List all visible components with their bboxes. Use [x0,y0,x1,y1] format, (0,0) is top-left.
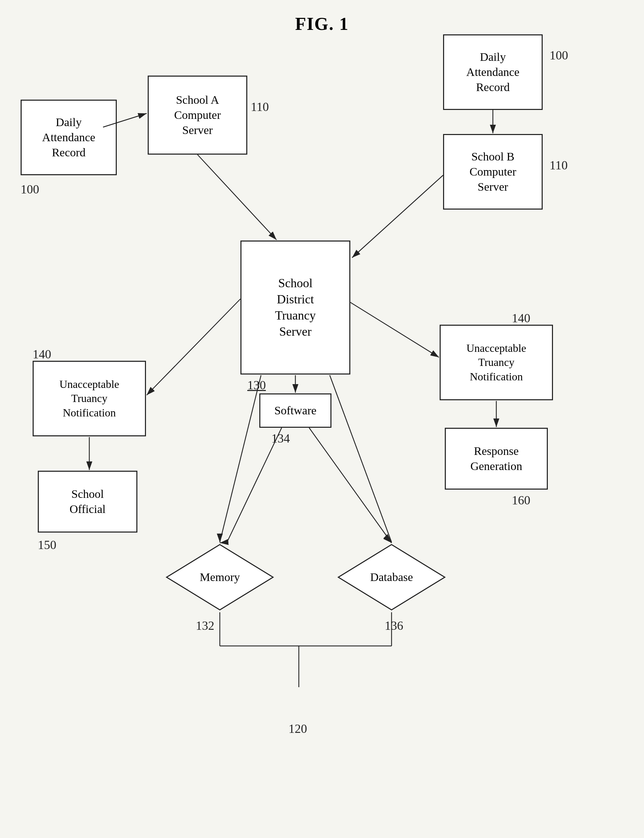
svg-marker-1 [338,545,445,610]
unacceptable-truancy-left-label: UnacceptableTruancyNotification [59,377,119,420]
label-110-left: 110 [251,100,269,114]
svg-line-8 [147,299,240,395]
label-130: 130 [247,378,266,392]
svg-marker-0 [167,545,273,610]
daily-attendance-left-box: DailyAttendanceRecord [21,100,117,175]
memory-diamond-container: Memory [165,543,275,612]
label-140-left: 140 [33,347,51,361]
daily-attendance-right-label: DailyAttendanceRecord [467,49,520,95]
software-label: Software [274,403,317,418]
software-box: Software [259,393,332,428]
label-150: 150 [38,538,56,552]
label-120: 120 [289,721,307,736]
unacceptable-truancy-right-label: UnacceptableTruancyNotification [467,341,526,384]
school-district-truancy-box: SchoolDistrictTruancyServer [240,240,350,374]
svg-line-22 [220,375,261,542]
diagram-title: FIG. 1 [0,0,644,34]
label-110-right: 110 [550,158,568,173]
school-b-server-label: School BComputerServer [470,149,516,195]
svg-line-10 [350,302,439,357]
svg-line-15 [309,428,391,543]
svg-line-5 [197,155,276,240]
label-140-right: 140 [512,311,530,325]
svg-line-7 [352,175,443,258]
label-100-right: 100 [550,48,568,63]
school-district-truancy-label: SchoolDistrictTruancyServer [275,275,316,339]
database-diamond-container: Database [337,543,447,612]
response-generation-box: ResponseGeneration [445,428,548,490]
daily-attendance-left-label: DailyAttendanceRecord [42,115,95,160]
school-official-box: SchoolOfficial [38,471,137,533]
label-134: 134 [271,431,290,446]
school-b-server-box: School BComputerServer [443,134,543,209]
unacceptable-truancy-right-box: UnacceptableTruancyNotification [440,325,553,400]
label-136: 136 [385,619,403,633]
response-generation-label: ResponseGeneration [470,444,522,474]
unacceptable-truancy-left-box: UnacceptableTruancyNotification [33,361,146,436]
school-a-server-label: School AComputerServer [174,92,221,138]
daily-attendance-right-box: DailyAttendanceRecord [443,35,543,110]
label-132: 132 [196,619,214,633]
label-160: 160 [512,493,530,507]
svg-line-24 [330,375,391,542]
school-a-server-box: School AComputerServer [148,76,247,155]
school-official-label: SchoolOfficial [69,487,105,517]
label-100-left: 100 [21,182,39,196]
svg-line-25 [391,542,391,542]
